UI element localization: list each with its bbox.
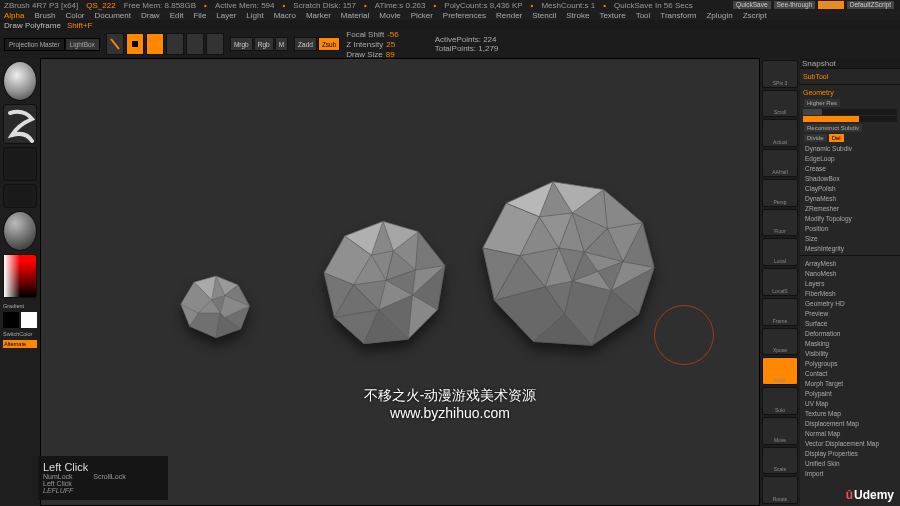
draw-mode-icon[interactable] — [146, 33, 164, 55]
menu-movie[interactable]: Movie — [379, 11, 400, 20]
geo-dynamesh[interactable]: DynaMesh — [803, 193, 897, 203]
geo-edgeloop[interactable]: EdgeLoop — [803, 153, 897, 163]
menu-stencil[interactable]: Stencil — [532, 11, 556, 20]
switchcolor-button[interactable]: SwitchColor — [3, 331, 37, 337]
menu-picker[interactable]: Picker — [411, 11, 433, 20]
quicksave-button[interactable]: QuickSave — [733, 1, 770, 9]
geo-position[interactable]: Position — [803, 223, 897, 233]
section-preview[interactable]: Preview — [803, 308, 897, 318]
geo-claypolish[interactable]: ClayPolish — [803, 183, 897, 193]
section-texture-map[interactable]: Texture Map — [803, 408, 897, 418]
geometry-header[interactable]: Geometry — [803, 87, 897, 98]
geo-zremesher[interactable]: ZRemesher — [803, 203, 897, 213]
rotate-mode-icon[interactable] — [206, 33, 224, 55]
menu-file[interactable]: File — [193, 11, 206, 20]
section-polygroups[interactable]: Polygroups — [803, 358, 897, 368]
del-button[interactable]: Del — [829, 134, 844, 142]
shelf-aahalf[interactable]: AAHalf — [762, 149, 798, 177]
primary-color[interactable] — [21, 312, 37, 328]
shelf-persp[interactable]: Persp — [762, 179, 798, 207]
geo-dynamic-subdiv[interactable]: Dynamic Subdiv — [803, 143, 897, 153]
projection-master-button[interactable]: Projection Master — [4, 38, 65, 51]
section-polypaint[interactable]: Polypaint — [803, 388, 897, 398]
menu-preferences[interactable]: Preferences — [443, 11, 486, 20]
section-surface[interactable]: Surface — [803, 318, 897, 328]
geo-shadowbox[interactable]: ShadowBox — [803, 173, 897, 183]
geo-crease[interactable]: Crease — [803, 163, 897, 173]
menu-alpha[interactable]: Alpha — [4, 11, 24, 20]
section-displacement-map[interactable]: Displacement Map — [803, 418, 897, 428]
menu-transform[interactable]: Transform — [660, 11, 696, 20]
menu-macro[interactable]: Macro — [274, 11, 296, 20]
section-arraymesh[interactable]: ArrayMesh — [803, 258, 897, 268]
rgb-button[interactable]: Rgb — [254, 37, 274, 51]
mrgb-button[interactable]: Mrgb — [230, 37, 253, 51]
section-contact[interactable]: Contact — [803, 368, 897, 378]
menu-zplugin[interactable]: Zplugin — [706, 11, 732, 20]
shelf-scroll[interactable]: Scroll — [762, 90, 798, 118]
alternate-button[interactable]: Alternate — [3, 340, 37, 348]
defaultscript-button[interactable]: DefaultZScript — [847, 1, 894, 9]
shelf-rotate[interactable]: Rotate — [762, 476, 798, 504]
zsub-button[interactable]: Zsub — [318, 37, 340, 51]
texture-thumbnail[interactable] — [3, 184, 37, 208]
menu-brush[interactable]: Brush — [34, 11, 55, 20]
focal-shift-slider[interactable]: Focal Shift-56 — [346, 30, 398, 39]
higher-res-button[interactable]: Higher Res — [804, 99, 840, 107]
section-visibility[interactable]: Visibility — [803, 348, 897, 358]
secondary-color[interactable] — [3, 312, 19, 328]
shelf-frame[interactable]: Frame — [762, 298, 798, 326]
brush-thumbnail[interactable] — [3, 61, 37, 101]
section-vector-displacement-map[interactable]: Vector Displacement Map — [803, 438, 897, 448]
menu-edit[interactable]: Edit — [170, 11, 184, 20]
color-picker[interactable] — [3, 254, 37, 298]
geo-modify-topology[interactable]: Modify Topology — [803, 213, 897, 223]
shelf-actual[interactable]: Actual — [762, 119, 798, 147]
section-deformation[interactable]: Deformation — [803, 328, 897, 338]
scale-mode-icon[interactable] — [186, 33, 204, 55]
material-thumbnail[interactable] — [3, 211, 37, 251]
geo-meshintegrity[interactable]: MeshIntegrity — [803, 243, 897, 253]
menu-render[interactable]: Render — [496, 11, 522, 20]
lightbox-button[interactable]: LightBox — [65, 38, 100, 51]
reconstruct-button[interactable]: Reconstruct Subdiv — [804, 124, 862, 132]
menu-color[interactable]: Color — [65, 11, 84, 20]
section-nanomesh[interactable]: NanoMesh — [803, 268, 897, 278]
shelf-locals[interactable]: LocalS — [762, 268, 798, 296]
menu-layer[interactable]: Layer — [216, 11, 236, 20]
shelf-polyf[interactable]: PolyF — [762, 357, 798, 385]
shelf-xpose[interactable]: Xpose — [762, 328, 798, 356]
menu-tool[interactable]: Tool — [636, 11, 651, 20]
quicksketch-icon[interactable] — [106, 33, 124, 55]
shelf-floor[interactable]: Floor — [762, 209, 798, 237]
menu-document[interactable]: Document — [95, 11, 131, 20]
menu-texture[interactable]: Texture — [599, 11, 625, 20]
menu-material[interactable]: Material — [341, 11, 369, 20]
divide-button[interactable]: Divide — [804, 134, 827, 142]
shelf-spix3[interactable]: SPix 3 — [762, 60, 798, 88]
section-masking[interactable]: Masking — [803, 338, 897, 348]
section-uv-map[interactable]: UV Map — [803, 398, 897, 408]
section-geometry-hd[interactable]: Geometry HD — [803, 298, 897, 308]
section-layers[interactable]: Layers — [803, 278, 897, 288]
section-fibermesh[interactable]: FiberMesh — [803, 288, 897, 298]
alpha-thumbnail[interactable] — [3, 147, 37, 181]
m-button[interactable]: M — [275, 37, 288, 51]
seethrough-button[interactable]: See-through — [774, 1, 816, 9]
menu-light[interactable]: Light — [246, 11, 263, 20]
menu-marker[interactable]: Marker — [306, 11, 331, 20]
edit-mode-icon[interactable] — [126, 33, 144, 55]
viewport[interactable] — [40, 58, 760, 506]
menus-button[interactable]: Menus — [818, 1, 844, 9]
move-mode-icon[interactable] — [166, 33, 184, 55]
zadd-button[interactable]: Zadd — [294, 37, 317, 51]
menu-draw[interactable]: Draw — [141, 11, 160, 20]
shelf-move[interactable]: Move — [762, 417, 798, 445]
shelf-scale[interactable]: Scale — [762, 447, 798, 475]
mesh-object-2[interactable] — [311, 214, 461, 354]
section-morph-target[interactable]: Morph Target — [803, 378, 897, 388]
stroke-thumbnail[interactable] — [3, 104, 37, 144]
mesh-object-3[interactable] — [471, 174, 666, 359]
subtool-header[interactable]: SubTool — [803, 71, 897, 82]
section-display-properties[interactable]: Display Properties — [803, 448, 897, 458]
